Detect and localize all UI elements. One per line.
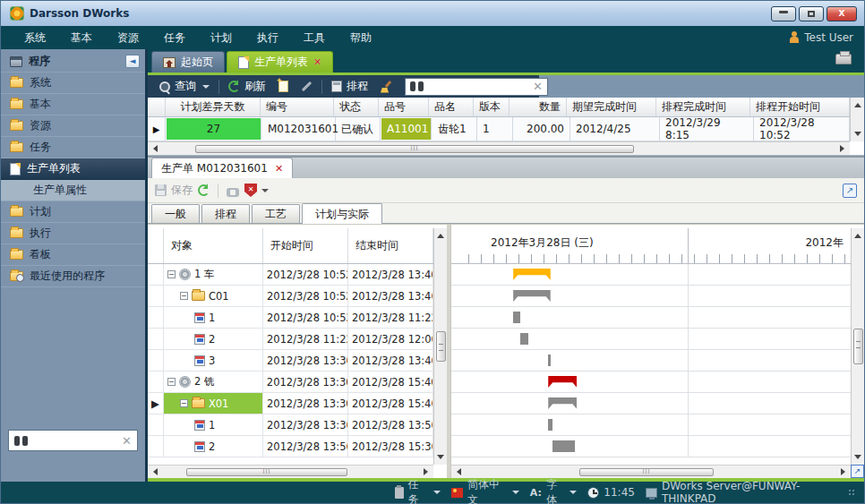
orders-grid-vscrollbar[interactable] <box>850 98 864 141</box>
menu-help[interactable]: 帮助 <box>338 27 384 49</box>
close-button[interactable]: X <box>826 6 857 21</box>
new-button[interactable] <box>272 79 295 94</box>
menu-basic[interactable]: 基本 <box>58 27 105 49</box>
gantt-hscrollbar[interactable] <box>451 465 851 478</box>
col-sched-start[interactable]: 排程开始时间 <box>750 98 850 116</box>
collapse-expander-icon[interactable]: − <box>167 270 176 278</box>
gantt-popout-icon[interactable]: ↗ <box>851 465 864 478</box>
tab-process[interactable]: 工艺 <box>252 204 300 223</box>
sidebar-item-task[interactable]: 任务 <box>1 137 145 158</box>
sidebar-item-order-list[interactable]: 生产单列表 <box>1 158 145 180</box>
menu-system[interactable]: 系统 <box>12 27 58 49</box>
tree-table-vscrollbar[interactable] <box>433 228 447 465</box>
gantt-bar-machine1[interactable] <box>513 269 551 280</box>
collapse-expander-icon[interactable]: − <box>180 399 188 407</box>
tab-order-list[interactable]: 生产单列表 ✕ <box>227 51 333 73</box>
menu-resource[interactable]: 资源 <box>105 27 151 49</box>
gantt-vscrollbar[interactable] <box>851 228 864 465</box>
gantt-bar-op2[interactable] <box>520 333 528 345</box>
col-code[interactable]: 编号 <box>261 98 334 116</box>
gantt-bar-op1[interactable] <box>513 312 519 323</box>
sidebar-item-basic[interactable]: 基本 <box>1 94 145 115</box>
sidebar-search-input[interactable] <box>33 434 116 447</box>
gantt-bar-machine2[interactable] <box>548 376 577 388</box>
statusbar-clock: 11:45 <box>587 486 635 499</box>
sidebar-collapse-button[interactable]: ◄ <box>125 55 140 68</box>
popout-icon[interactable]: ↗ <box>843 184 857 198</box>
tree-row-x01-selected[interactable]: ▶ −X01 2012/3/28 13:30 2012/3/28 15:40 <box>148 393 447 414</box>
statusbar-font-menu[interactable]: A: 字体 <box>530 477 578 504</box>
sidebar-item-resource[interactable]: 资源 <box>1 115 145 137</box>
minimize-button[interactable] <box>771 6 796 21</box>
table-row[interactable]: ▶ 27 M012031601 已确认 A11001 齿轮1 1 200.00 … <box>148 117 864 141</box>
toolbar-search-box: ✕ <box>405 78 548 96</box>
statusbar-language-menu[interactable]: 简体中文 <box>451 477 519 504</box>
window-title: Darsson DWorks <box>30 7 129 20</box>
clear-button[interactable] <box>374 79 399 95</box>
toolbar-search-input[interactable] <box>428 81 528 93</box>
col-object[interactable]: 对象 <box>164 228 263 263</box>
gantt-bar-op1b[interactable] <box>548 419 552 431</box>
menu-execute[interactable]: 执行 <box>244 27 291 49</box>
schedule-button[interactable]: 排程 <box>325 77 374 96</box>
printer-icon[interactable] <box>835 54 852 64</box>
sidebar-search-clear-icon[interactable]: ✕ <box>122 434 132 448</box>
col-item-no[interactable]: 品号 <box>379 98 429 116</box>
tree-row-op1b[interactable]: 1 2012/3/28 13:30 2012/3/28 13:50 <box>148 414 447 436</box>
collapse-expander-icon[interactable]: − <box>167 378 176 386</box>
col-qty[interactable]: 数量 <box>510 98 567 116</box>
sidebar-item-system[interactable]: 系统 <box>1 73 145 94</box>
user-badge[interactable]: Test User <box>789 31 853 44</box>
save-button[interactable]: 保存 <box>155 183 193 198</box>
sidebar-item-order-props[interactable]: 生产单属性 <box>1 180 145 201</box>
col-end-time[interactable]: 结束时间 <box>348 228 433 263</box>
tree-row-op2[interactable]: 2 2012/3/28 11:22 2012/3/28 12:00 <box>148 329 447 350</box>
validate-button[interactable]: ✕ <box>244 184 269 197</box>
detail-tab[interactable]: 生产单 M012031601 ✕ <box>151 158 293 178</box>
col-start-time[interactable]: 开始时间 <box>263 228 348 263</box>
tab-general[interactable]: 一般 <box>151 204 200 223</box>
restore-button[interactable] <box>799 6 824 21</box>
resize-grip[interactable] <box>848 489 855 496</box>
tab-plan-vs-actual[interactable]: 计划与实际 <box>302 203 382 224</box>
sidebar-item-recent[interactable]: 最近使用的程序 <box>1 266 145 287</box>
toolbar-search-clear-icon[interactable]: ✕ <box>533 80 543 93</box>
statusbar-task-menu[interactable]: 任务 <box>395 477 441 504</box>
link-button[interactable] <box>227 186 239 195</box>
cell-status: 已确认 <box>336 117 381 141</box>
edit-button[interactable] <box>295 83 319 90</box>
collapse-expander-icon[interactable]: − <box>180 292 188 300</box>
tree-row-c01[interactable]: −C01 2012/3/28 10:52 2012/3/28 13:40 <box>148 286 447 307</box>
detail-refresh-button[interactable] <box>198 184 210 196</box>
tree-row-machine-2[interactable]: −2 铣 2012/3/28 13:30 2012/3/28 15:40 <box>148 372 447 393</box>
tree-row-op3[interactable]: 3 2012/3/28 13:30 2012/3/28 13:40 <box>148 350 447 372</box>
tree-row-op2b[interactable]: 2 2012/3/28 13:50 2012/3/28 15:30 <box>148 436 447 457</box>
gantt-bar-x01[interactable] <box>548 397 577 409</box>
col-version[interactable]: 版本 <box>474 98 510 116</box>
col-status[interactable]: 状态 <box>334 98 379 116</box>
orders-grid-hscrollbar[interactable] <box>148 141 850 155</box>
tab-schedule[interactable]: 排程 <box>201 204 250 223</box>
menu-plan[interactable]: 计划 <box>198 27 244 49</box>
gantt-bar-op2b[interactable] <box>552 440 575 452</box>
query-button[interactable]: 查询 <box>153 77 216 96</box>
tree-row-op1[interactable]: 1 2012/3/28 10:52 2012/3/28 11:22 <box>148 307 447 329</box>
tab-home[interactable]: 起始页 <box>151 51 225 73</box>
col-plan-diff-days[interactable]: 计划差异天数 <box>166 98 261 116</box>
sidebar-item-plan[interactable]: 计划 <box>1 201 145 223</box>
sidebar-item-board[interactable]: 看板 <box>1 244 145 266</box>
sidebar-item-execute[interactable]: 执行 <box>1 223 145 244</box>
tree-row-machine-1[interactable]: −1 车 2012/3/28 10:52 2012/3/28 13:40 <box>148 264 447 286</box>
col-expected-finish[interactable]: 期望完成时间 <box>567 98 656 116</box>
gantt-bar-op3[interactable] <box>548 355 550 366</box>
sidebar: 程序 ◄ 系统 基本 资源 任务 生产单列表 生产单属性 计划 执行 看板 最近… <box>1 49 148 482</box>
col-item-name[interactable]: 品名 <box>429 98 474 116</box>
menu-task[interactable]: 任务 <box>151 27 198 49</box>
tab-close-icon[interactable]: ✕ <box>313 56 321 68</box>
refresh-button[interactable]: 刷新 <box>222 77 272 96</box>
tree-table-hscrollbar[interactable] <box>148 465 433 478</box>
menu-tools[interactable]: 工具 <box>291 27 338 49</box>
detail-tab-close-icon[interactable]: ✕ <box>275 163 283 175</box>
col-sched-finish[interactable]: 排程完成时间 <box>656 98 750 116</box>
gantt-bar-c01[interactable] <box>513 290 551 302</box>
